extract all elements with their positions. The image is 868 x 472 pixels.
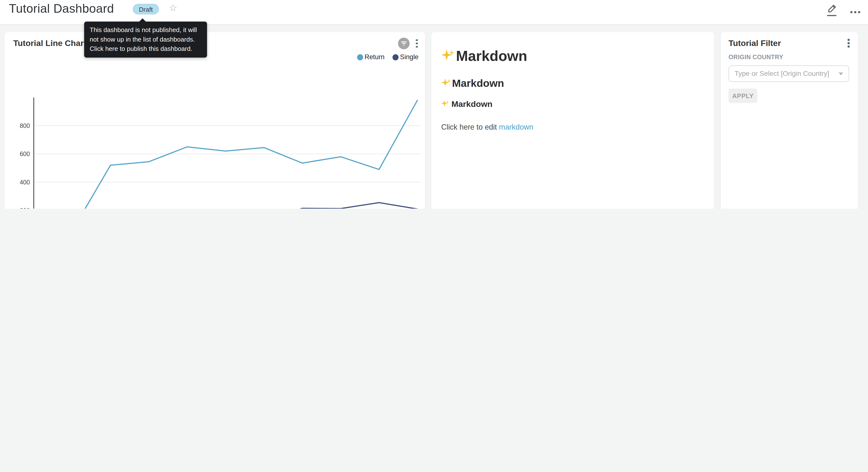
select-placeholder: Type or Select [Origin Country] [735, 70, 829, 78]
draft-tooltip: This dashboard is not published, it will… [84, 22, 207, 57]
sparkles-icon [441, 49, 455, 62]
legend-label: Single [400, 53, 418, 61]
origin-country-label: ORIGIN COUNTRY [728, 54, 850, 60]
chevron-down-icon [839, 72, 843, 75]
y-axis-tick: 800 [20, 122, 30, 129]
y-axis-tick: 200 [20, 207, 30, 208]
legend-dot [357, 54, 363, 60]
markdown-h1: Markdown [441, 48, 704, 65]
line-chart-panel: Tutorial Line Chart ReturnSingle 2004006… [4, 32, 425, 208]
filter-menu-button[interactable] [847, 38, 851, 49]
draft-status-badge[interactable]: Draft [133, 4, 159, 14]
y-axis-tick: 400 [20, 179, 30, 186]
markdown-panel: Markdown Markdown Markdown Click here to… [431, 32, 714, 208]
apply-button[interactable]: APPLY [728, 89, 757, 103]
legend-item-single[interactable]: Single [392, 53, 418, 61]
markdown-h3: Markdown [441, 99, 704, 108]
dashboard-page: Tutorial Dashboard Draft ☆ This dashboar… [0, 0, 868, 209]
edit-dashboard-button[interactable] [826, 4, 838, 16]
dashboard-menu-button[interactable] [850, 7, 861, 13]
page-title: Tutorial Dashboard [9, 2, 114, 16]
sparkles-icon [441, 99, 449, 107]
chart-menu-button[interactable] [415, 38, 419, 49]
pencil-icon [827, 3, 837, 14]
line-chart[interactable]: 200400600800FebruaryMarchAprilMayJuneJul… [4, 90, 425, 209]
edit-markdown-link[interactable]: markdown [499, 123, 533, 131]
origin-country-select[interactable]: Type or Select [Origin Country] [728, 65, 849, 82]
y-axis-tick: 600 [20, 150, 30, 157]
chart-legend: ReturnSingle [357, 53, 418, 61]
legend-item-return[interactable]: Return [357, 53, 384, 61]
sparkles-icon [441, 78, 451, 88]
filter-panel-title: Tutorial Filter [728, 38, 781, 48]
cross-filter-icon[interactable] [398, 38, 410, 50]
series-single [72, 203, 417, 209]
dashboard-header: Tutorial Dashboard Draft ☆ [0, 0, 868, 25]
line-chart-title: Tutorial Line Chart [13, 38, 86, 48]
legend-dot [392, 54, 398, 60]
series-return [34, 100, 417, 208]
markdown-h2: Markdown [441, 78, 704, 90]
favorite-star-icon[interactable]: ☆ [169, 2, 178, 14]
filter-panel: Tutorial Filter ORIGIN COUNTRY Type or S… [721, 32, 858, 208]
markdown-body: Click here to edit markdown [441, 123, 704, 131]
legend-label: Return [365, 53, 384, 61]
